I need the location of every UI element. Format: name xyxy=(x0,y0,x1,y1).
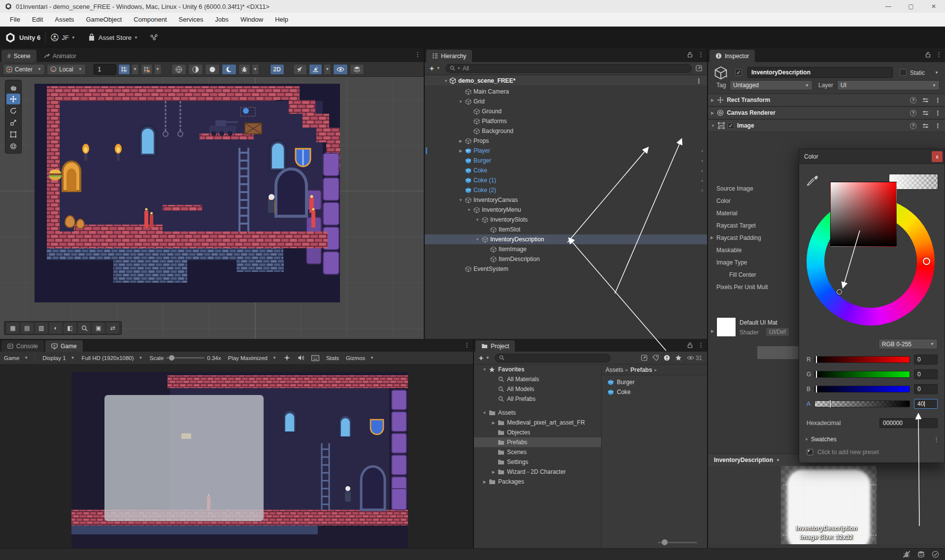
component-image[interactable]: ▼ ✓ Image ? ⋮ xyxy=(708,119,945,132)
hierarchy-item-burger[interactable]: Burger› xyxy=(425,156,707,165)
menu-edit[interactable]: Edit xyxy=(26,13,49,26)
project-folder-favorites[interactable]: ▼Favorites xyxy=(474,364,601,374)
scale-slider[interactable]: Scale 0.34x xyxy=(150,355,221,361)
hierarchy-search-input[interactable]: ▼ All xyxy=(445,64,692,73)
scene-menu-icon[interactable]: ⋮ xyxy=(414,51,421,58)
channel-slider-r[interactable] xyxy=(814,356,910,363)
tilemap-move-tool[interactable]: ▤ xyxy=(21,323,34,333)
cache-server-icon[interactable] xyxy=(917,551,925,558)
scene-visibility-toggle[interactable] xyxy=(333,64,348,75)
hierarchy-item-itemdescription[interactable]: ItemDescription xyxy=(425,254,707,264)
tilemap-fill-tool[interactable]: ◐ xyxy=(49,323,62,333)
view-hand-tool[interactable] xyxy=(6,82,20,93)
static-checkbox[interactable] xyxy=(900,69,907,76)
expander-icon[interactable]: ▶ xyxy=(490,470,497,474)
search-window-icon[interactable] xyxy=(696,65,702,71)
color-mode-dropdown[interactable]: RGB 0-255▼ xyxy=(878,339,938,349)
lighting-toggle[interactable] xyxy=(205,64,220,75)
expander-icon[interactable]: ▼ xyxy=(457,198,464,202)
expander-icon[interactable]: ▶ xyxy=(710,235,716,240)
project-item-coke[interactable]: Coke xyxy=(602,387,707,397)
search-by-label-icon[interactable] xyxy=(652,355,659,361)
tab-game[interactable]: Game xyxy=(45,340,83,352)
active-checkbox[interactable]: ✓ xyxy=(735,69,742,76)
color-picker-close-button[interactable]: x xyxy=(932,151,943,162)
breadcrumb-prefabs[interactable]: Prefabs xyxy=(631,366,652,373)
expander-icon[interactable]: ▼ xyxy=(466,208,472,212)
expander-icon[interactable]: ▶ xyxy=(457,139,464,143)
debug-draw-button[interactable] xyxy=(238,64,250,75)
component-rect-transform[interactable]: ▶ Rect Transform ? ⋮ xyxy=(708,94,945,106)
orientation-dropdown[interactable]: Local▼ xyxy=(47,64,86,75)
hierarchy-item-props[interactable]: ▶Props xyxy=(425,136,707,146)
menu-gameobject[interactable]: GameObject xyxy=(80,13,128,26)
menu-jobs[interactable]: Jobs xyxy=(209,13,234,26)
hierarchy-item-grid[interactable]: ▼Grid xyxy=(425,97,707,106)
vsync-flare-icon[interactable] xyxy=(283,354,291,362)
game-target-dropdown[interactable]: Game▼ xyxy=(4,355,28,361)
project-search-input[interactable] xyxy=(495,354,610,362)
project-folder-wizard-2d-character[interactable]: ▶Wizard - 2D Character xyxy=(474,467,601,477)
project-folder-packages[interactable]: ▶Packages xyxy=(474,477,601,487)
hierarchy-item-inventoryslots[interactable]: ▼InventorySlots xyxy=(425,215,707,225)
audio-mute-toggle[interactable] xyxy=(293,64,307,75)
hierarchy-item-inventorycanvas[interactable]: ▼InventoryCanvas xyxy=(425,195,707,205)
tilemap-picker-tool[interactable]: ◧ xyxy=(64,323,76,333)
tab-hierarchy[interactable]: Hierarchy xyxy=(426,50,472,62)
menu-help[interactable]: Help xyxy=(269,13,294,26)
gameobject-name-field[interactable]: InventoryDescription xyxy=(747,67,893,78)
project-folder-medieval-pixel-art-asset-fr[interactable]: ▶Medieval_pixel_art_asset_FR xyxy=(474,418,601,428)
component-canvas-renderer[interactable]: ▶ Canvas Renderer ? ⋮ xyxy=(708,106,945,119)
component-menu-icon[interactable]: ⋮ xyxy=(935,109,941,117)
lock-icon[interactable] xyxy=(925,52,931,58)
gizmos-dropdown[interactable]: Gizmos▼ xyxy=(346,355,374,361)
preset-icon[interactable] xyxy=(922,110,929,116)
breadcrumb-assets[interactable]: Assets xyxy=(606,366,623,373)
channel-slider-a[interactable] xyxy=(814,400,910,407)
hue-cursor[interactable] xyxy=(923,258,930,265)
tilemap-brush-tool[interactable]: ▨ xyxy=(35,323,48,333)
version-control-button[interactable] xyxy=(150,33,159,41)
project-folder-scenes[interactable]: Scenes xyxy=(474,447,601,457)
tag-dropdown[interactable]: Untagged▼ xyxy=(730,80,812,90)
channel-slider-g[interactable] xyxy=(814,371,910,378)
expander-icon[interactable]: ▼ xyxy=(481,411,488,415)
menu-window[interactable]: Window xyxy=(235,13,269,26)
open-prefab-arrow[interactable]: › xyxy=(701,187,703,193)
project-folder-prefabs[interactable]: Prefabs xyxy=(474,437,601,447)
debug-draw-caret[interactable]: ▼ xyxy=(252,64,259,75)
game-menu-icon[interactable]: ⋮ xyxy=(464,341,470,349)
channel-value-b[interactable]: 0 xyxy=(914,384,938,394)
2d-toggle[interactable]: 2D xyxy=(270,64,284,75)
hierarchy-item-coke-2-[interactable]: Coke (2)› xyxy=(425,185,707,195)
display-dropdown[interactable]: Display 1▼ xyxy=(42,355,74,361)
gameobject-icon-caret[interactable]: ▼ xyxy=(725,75,728,78)
hierarchy-item-inventorydescription[interactable]: ▼InventoryDescription xyxy=(425,234,707,244)
menu-file[interactable]: File xyxy=(4,13,26,26)
eyedropper-icon[interactable] xyxy=(807,175,818,188)
help-icon[interactable]: ? xyxy=(910,123,916,129)
rect-tool[interactable] xyxy=(6,129,20,140)
hierarchy-menu-icon[interactable]: ⋮ xyxy=(698,51,704,58)
open-prefab-arrow[interactable]: › xyxy=(701,177,703,183)
project-folder-settings[interactable]: Settings xyxy=(474,457,601,467)
hierarchy-item-platforms[interactable]: Platforms xyxy=(425,116,707,126)
tab-project[interactable]: Project xyxy=(475,340,515,352)
pivot-dropdown[interactable]: Center▼ xyxy=(3,64,45,75)
channel-value-g[interactable]: 0 xyxy=(914,369,938,379)
maximize-button[interactable]: ▢ xyxy=(900,0,922,13)
hierarchy-add-button[interactable]: + xyxy=(430,64,434,72)
rotate-tool[interactable] xyxy=(6,105,20,116)
project-folder-objectes[interactable]: Objectes xyxy=(474,428,601,437)
material-button[interactable] xyxy=(757,346,800,360)
tilemap-paint-tool[interactable]: ▣ xyxy=(92,323,105,333)
expander-icon[interactable]: ▼ xyxy=(457,99,464,104)
tab-scene[interactable]: #Scene xyxy=(1,50,36,62)
project-folder-all-prefabs[interactable]: All Prefabs xyxy=(474,394,601,404)
slider-handle[interactable] xyxy=(815,385,817,393)
slider-handle[interactable] xyxy=(815,370,817,378)
asset-store-dropdown[interactable]: Asset Store ▼ xyxy=(88,33,138,41)
tilemap-eraser-tool[interactable] xyxy=(78,323,91,333)
scene-viewport[interactable]: ▦ ▤ ▨ ◐ ◧ ▣ ⇄ xyxy=(0,77,424,339)
expander-icon[interactable]: ▼ xyxy=(474,218,481,222)
